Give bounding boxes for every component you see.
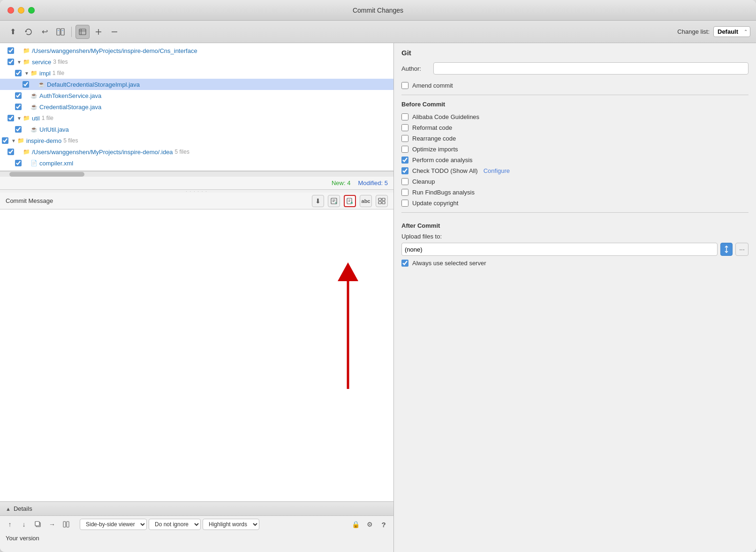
java-file-icon: ☕ (38, 81, 45, 88)
details-toolbar: ↑ ↓ → (0, 516, 393, 533)
your-version-label: Your version (6, 535, 39, 542)
file-count: 5 files (175, 149, 189, 155)
svg-rect-23 (35, 522, 39, 526)
changelist-wrapper: Default (713, 26, 750, 37)
lock-btn[interactable]: 🔒 (349, 518, 362, 530)
list-item[interactable]: ▼ 📁 util 1 file (0, 112, 393, 124)
list-item[interactable]: ▼ 📁 inspire-demo 5 files (0, 135, 393, 146)
highlight-dropdown[interactable]: Highlight words (203, 519, 259, 530)
copy-diff-btn[interactable] (32, 518, 44, 530)
diff-btn[interactable] (53, 25, 68, 39)
toggle-diff-btn[interactable] (60, 518, 72, 530)
reformat-code-checkbox[interactable] (401, 124, 408, 131)
changelist-label: Change list: (677, 28, 710, 35)
run-findbugs-checkbox[interactable] (401, 189, 408, 196)
commit-message-area: Commit Message ⬇ (0, 193, 393, 501)
svg-rect-24 (63, 522, 66, 527)
list-item[interactable]: ☕ UrlUtil.java (0, 124, 393, 135)
update-copyright-checkbox[interactable] (401, 200, 408, 207)
file-checkbox[interactable] (8, 149, 14, 155)
file-checkbox[interactable] (2, 137, 8, 144)
changelist-dropdown[interactable]: Default (713, 26, 750, 37)
spell-check-btn[interactable]: abc (360, 195, 372, 207)
always-use-checkbox[interactable] (401, 260, 408, 267)
horizontal-scrollbar[interactable] (0, 171, 393, 177)
alibaba-guidelines-checkbox[interactable] (401, 113, 408, 120)
right-panel: Git Author: Amend commit Before Commit (394, 43, 756, 552)
collapse-all-btn[interactable] (107, 25, 121, 39)
details-toggle-icon[interactable]: ▲ (6, 506, 11, 512)
add-template-btn[interactable]: ✓ (344, 195, 356, 207)
list-item[interactable]: ☕ AuthTokenService.java (0, 90, 393, 101)
after-commit-divider (401, 212, 748, 213)
author-input[interactable] (433, 62, 748, 75)
file-label: CredentialStorage.java (39, 104, 101, 111)
list-item[interactable]: ☕ CredentialStorage.java (0, 101, 393, 112)
commit-message-label: Commit Message (6, 197, 53, 204)
before-commit-title: Before Commit (401, 101, 748, 108)
list-item[interactable]: 📁 /Users/wanggenshen/MyProjects/inspire-… (0, 45, 393, 56)
ignore-dropdown[interactable]: Do not ignore (149, 519, 201, 530)
commit-template-btn[interactable] (328, 195, 340, 207)
maximize-button[interactable] (28, 7, 35, 14)
java-file-icon: ☕ (30, 126, 38, 133)
prev-change-btn[interactable]: ↑ (4, 518, 16, 530)
perform-code-analysis-label: Perform code analysis (412, 157, 473, 164)
folder-icon: 📁 (23, 47, 30, 54)
upload-spinner-btn[interactable] (720, 243, 733, 256)
file-checkbox[interactable] (8, 59, 14, 65)
reformat-code-row: Reformat code (401, 122, 748, 133)
file-checkbox[interactable] (15, 126, 22, 133)
refresh-btn[interactable] (22, 25, 36, 39)
file-tree[interactable]: 📁 /Users/wanggenshen/MyProjects/inspire-… (0, 43, 393, 171)
list-item[interactable]: ▼ 📁 service 3 files (0, 56, 393, 67)
upload-dropdown[interactable]: (none) (401, 243, 718, 256)
file-checkbox[interactable] (8, 47, 14, 54)
file-checkbox[interactable] (15, 104, 22, 110)
toggle-files-btn[interactable] (76, 25, 90, 39)
file-label: util (32, 115, 40, 122)
tree-arrow: ▼ (16, 60, 23, 65)
list-item[interactable]: ▼ 📁 impl 1 file (0, 67, 393, 79)
file-checkbox[interactable] (15, 160, 22, 166)
recent-commits-btn[interactable]: ⬇ (312, 195, 324, 207)
upload-browse-btn[interactable]: ··· (735, 243, 748, 256)
close-button[interactable] (8, 7, 14, 14)
move-to-other-btn[interactable]: → (46, 518, 58, 530)
commit-message-input[interactable] (0, 209, 393, 501)
viewer-dropdown[interactable]: Side-by-side viewer (80, 519, 147, 530)
file-checkbox[interactable] (15, 92, 22, 99)
upload-files-label: Upload files to: (401, 233, 748, 240)
main-content: 📁 /Users/wanggenshen/MyProjects/inspire-… (0, 43, 756, 552)
tree-arrow: ▼ (10, 138, 17, 143)
next-change-btn[interactable]: ↓ (18, 518, 30, 530)
configure-link[interactable]: Configure (484, 167, 510, 174)
list-item[interactable]: 📁 /Users/wanggenshen/MyProjects/inspire-… (0, 146, 393, 157)
optimize-imports-checkbox[interactable] (401, 146, 408, 153)
help-btn[interactable]: ? (378, 518, 390, 530)
list-item[interactable]: 📄 compiler.xml (0, 157, 393, 169)
minimize-button[interactable] (18, 7, 24, 14)
file-checkbox[interactable] (15, 70, 22, 76)
more-options-btn[interactable] (376, 195, 388, 207)
settings-btn[interactable]: ⚙ (363, 518, 376, 530)
amend-commit-checkbox[interactable] (401, 82, 408, 89)
reformat-code-label: Reformat code (412, 124, 452, 131)
file-label: UrlUtil.java (39, 126, 69, 133)
rearrange-code-checkbox[interactable] (401, 135, 408, 142)
title-bar: Commit Changes (0, 0, 756, 21)
java-file-icon: ☕ (30, 103, 38, 111)
file-checkbox[interactable] (8, 115, 14, 121)
check-todo-checkbox[interactable] (401, 167, 408, 174)
file-checkbox[interactable] (23, 81, 29, 88)
cleanup-label: Cleanup (412, 178, 435, 185)
list-item[interactable]: ☕ DefaultCredentialStorageImpl.java (0, 79, 393, 90)
move-up-btn[interactable]: ⬆ (6, 25, 20, 39)
expand-all-btn[interactable] (91, 25, 106, 39)
perform-code-analysis-checkbox[interactable] (401, 157, 408, 164)
folder-icon: 📁 (23, 58, 30, 66)
undo-btn[interactable]: ↩ (38, 25, 52, 39)
git-divider (401, 95, 748, 95)
always-use-label: Always use selected server (412, 260, 486, 267)
cleanup-checkbox[interactable] (401, 178, 408, 185)
